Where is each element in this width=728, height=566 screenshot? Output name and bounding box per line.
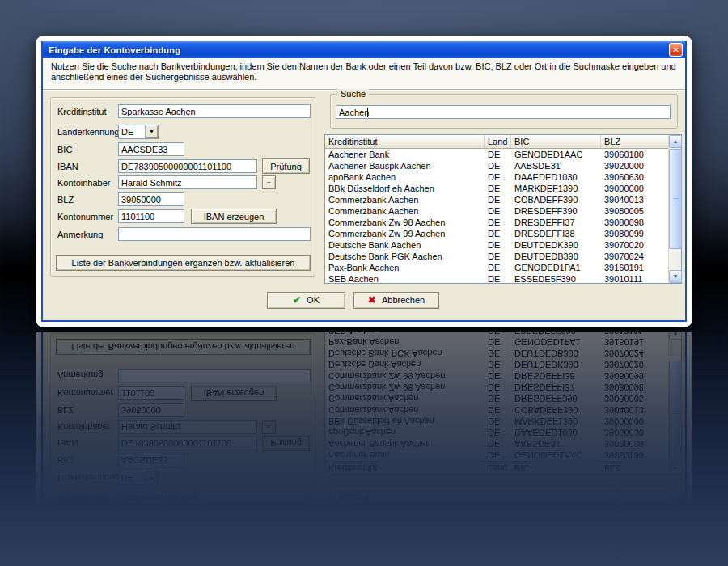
column-header-land[interactable]: Land: [485, 135, 511, 149]
scroll-down-button[interactable]: ▼: [669, 270, 682, 283]
table-row[interactable]: Aachener Bauspk AachenDEAABSDE3139020000: [325, 160, 668, 171]
account-form-group: Kreditinstitut Länderkennung DE ▼ BIC IB…: [50, 97, 315, 277]
text-caret: [367, 108, 368, 117]
table-cell: apoBank Aachen: [325, 171, 485, 183]
table-cell: DE: [485, 194, 511, 205]
kreditinstitut-input[interactable]: [118, 104, 311, 118]
table-cell: Deutsche Bank PGK Aachen: [325, 251, 485, 262]
table-row[interactable]: Commerzbank AachenDECOBADEFF39039040013: [325, 194, 668, 205]
cancel-button[interactable]: ✖Abbrechen: [353, 292, 439, 309]
table-cell: 39060180: [601, 149, 668, 160]
table-cell: 39060630: [601, 171, 668, 183]
table-cell: MARKDEF1390: [511, 183, 601, 194]
table-cell: DAAEDED1030: [511, 171, 601, 183]
table-row[interactable]: Deutsche Bank AachenDEDEUTDEDK3903907002…: [325, 239, 668, 251]
scroll-down-icon: ▼: [673, 273, 679, 279]
table-cell: Aachener Bauspk Aachen: [325, 160, 485, 171]
table-header-row: Kreditinstitut Land BIC BLZ: [325, 135, 668, 149]
anmerkung-input[interactable]: [118, 227, 311, 241]
table-cell: 39080099: [601, 228, 668, 239]
table-cell: Aachener Bank: [325, 149, 485, 160]
ok-button[interactable]: ✔OK: [267, 292, 345, 309]
blz-label: BLZ: [57, 193, 119, 207]
column-header-bic[interactable]: BIC: [511, 135, 601, 149]
update-bank-list-button[interactable]: Liste der Bankverbindungen ergänzen bzw.…: [56, 255, 311, 271]
results-list: Aachener BankDEGENODED1AAC39060180Aachen…: [325, 149, 668, 283]
bic-input[interactable]: [118, 142, 184, 156]
table-cell: Commerzbank Aachen: [325, 205, 485, 217]
table-cell: DE: [485, 273, 511, 283]
cancel-button-label: Abbrechen: [382, 295, 425, 305]
scroll-up-button[interactable]: ▲: [669, 135, 682, 148]
close-icon: ✕: [672, 45, 679, 54]
vertical-scrollbar[interactable]: ▲ ▼: [668, 135, 681, 283]
kontoinhaber-input[interactable]: [118, 175, 257, 189]
table-cell: 39010111: [601, 273, 668, 283]
column-header-blz[interactable]: BLZ: [601, 135, 668, 149]
laenderkennung-value: DE: [121, 126, 133, 138]
table-cell: GENODED1PA1: [511, 262, 601, 273]
dialog-title: Eingabe der Kontoverbindung: [49, 45, 180, 55]
table-cell: DE: [485, 251, 511, 262]
search-input[interactable]: [336, 105, 671, 119]
table-cell: DE: [485, 217, 511, 228]
table-cell: Commerzbank Zw 99 Aachen: [325, 228, 485, 239]
iban-erzeugen-button[interactable]: IBAN erzeugen: [191, 209, 277, 224]
blz-input[interactable]: [118, 192, 184, 206]
table-cell: DE: [485, 228, 511, 239]
table-row[interactable]: BBk Düsseldorf eh AachenDEMARKDEF1390390…: [325, 183, 668, 194]
scrollbar-thumb[interactable]: [669, 149, 682, 249]
table-cell: DE: [485, 262, 511, 273]
pruefung-button[interactable]: Prüfung: [262, 158, 310, 174]
copy-account-holder-button[interactable]: =: [262, 175, 276, 189]
search-group: Suche: [330, 94, 678, 129]
laenderkennung-combobox[interactable]: DE ▼: [118, 125, 159, 139]
table-cell: Commerzbank Aachen: [325, 194, 485, 205]
search-group-label: Suche: [337, 89, 369, 99]
table-cell: 39080005: [601, 205, 668, 217]
table-row[interactable]: Aachener BankDEGENODED1AAC39060180: [325, 149, 668, 160]
table-cell: DE: [485, 160, 511, 171]
kontoinhaber-label: Kontoinhaber: [57, 176, 119, 190]
table-row[interactable]: Commerzbank Zw 99 AachenDEDRESDEFFI38390…: [325, 228, 668, 239]
table-row[interactable]: Commerzbank Zw 98 AachenDEDRESDEFFI37390…: [325, 217, 668, 228]
bank-account-dialog: Eingabe der Kontoverbindung ✕ Nutzen Sie…: [36, 332, 692, 566]
close-button[interactable]: ✕: [669, 43, 683, 57]
combo-dropdown-button[interactable]: ▼: [145, 125, 158, 138]
table-cell: 39070024: [601, 251, 668, 262]
table-row[interactable]: SEB AachenDEESSEDE5F39039010111: [325, 273, 668, 283]
x-icon: ✖: [368, 294, 376, 306]
anmerkung-label: Anmerkung: [57, 228, 119, 242]
kontonummer-input[interactable]: [118, 209, 184, 223]
table-cell: AABSDE31: [511, 160, 601, 171]
check-icon: ✔: [293, 294, 301, 306]
table-cell: BBk Düsseldorf eh Aachen: [325, 183, 485, 194]
table-cell: DRESDEFFI37: [511, 217, 601, 228]
iban-input[interactable]: [118, 159, 257, 173]
table-cell: ESSEDE5F390: [511, 273, 601, 283]
table-cell: 39080098: [601, 217, 668, 228]
dialog-titlebar[interactable]: Eingabe der Kontoverbindung ✕: [43, 41, 685, 58]
laenderkennung-label: Länderkennung: [57, 125, 119, 139]
kontonummer-label: Kontonummer: [57, 210, 119, 224]
table-cell: DRESDEFFI38: [511, 228, 601, 239]
table-row[interactable]: Commerzbank AachenDEDRESDEFF39039080005: [325, 205, 668, 217]
table-cell: DEUTDEDK390: [511, 239, 601, 251]
table-row[interactable]: Deutsche Bank PGK AachenDEDEUTDEDB390390…: [325, 251, 668, 262]
table-columns: Kreditinstitut Land BIC BLZ Aachener Ban…: [325, 135, 668, 283]
instructions-text: Nutzen Sie die Suche nach Bankverbindung…: [43, 58, 685, 89]
ok-button-label: OK: [307, 295, 320, 305]
chevron-down-icon: ▼: [149, 129, 154, 134]
table-row[interactable]: Pax-Bank AachenDEGENODED1PA139160191: [325, 262, 668, 273]
table-cell: Commerzbank Zw 98 Aachen: [325, 217, 485, 228]
table-cell: DE: [485, 239, 511, 251]
table-cell: DE: [485, 171, 511, 183]
table-cell: DEUTDEDB390: [511, 251, 601, 262]
table-cell: 39040013: [601, 194, 668, 205]
table-cell: 39000000: [601, 183, 668, 194]
scrollbar-grip-icon: [673, 196, 679, 202]
column-header-kreditinstitut[interactable]: Kreditinstitut: [325, 135, 485, 149]
bic-label: BIC: [57, 143, 119, 157]
table-row[interactable]: apoBank AachenDEDAAEDED103039060630: [325, 171, 668, 183]
table-cell: Pax-Bank Aachen: [325, 262, 485, 273]
